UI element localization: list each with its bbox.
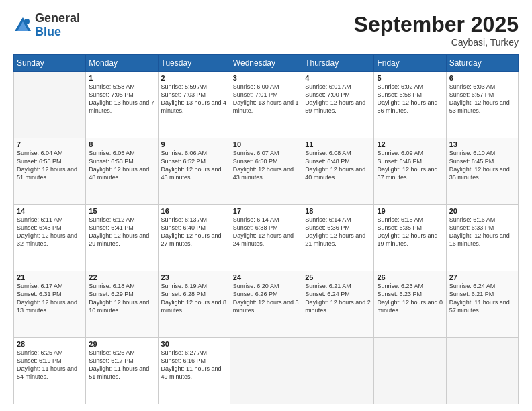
week-row-4: 21Sunrise: 6:17 AMSunset: 6:31 PMDayligh… [14, 271, 519, 338]
day-header-sunday: Sunday [14, 55, 86, 72]
day-info: Sunrise: 6:15 AMSunset: 6:35 PMDaylight:… [377, 216, 443, 248]
day-number: 10 [233, 140, 299, 148]
calendar-cell: 19Sunrise: 6:15 AMSunset: 6:35 PMDayligh… [374, 205, 446, 271]
calendar-cell: 2Sunrise: 5:59 AMSunset: 7:03 PMDaylight… [158, 72, 230, 138]
calendar-cell: 11Sunrise: 6:08 AMSunset: 6:48 PMDayligh… [302, 138, 374, 205]
day-number: 30 [161, 340, 227, 348]
day-header-thursday: Thursday [302, 55, 374, 72]
week-row-3: 14Sunrise: 6:11 AMSunset: 6:43 PMDayligh… [14, 205, 519, 271]
calendar-cell: 12Sunrise: 6:09 AMSunset: 6:46 PMDayligh… [374, 138, 446, 205]
calendar-cell: 1Sunrise: 5:58 AMSunset: 7:05 PMDaylight… [86, 72, 158, 138]
day-header-tuesday: Tuesday [158, 55, 230, 72]
month-title: September 2025 [354, 12, 519, 37]
day-info: Sunrise: 6:10 AMSunset: 6:45 PMDaylight:… [449, 149, 515, 182]
day-info: Sunrise: 5:58 AMSunset: 7:05 PMDaylight:… [89, 83, 154, 116]
day-number: 21 [17, 273, 83, 281]
day-number: 8 [89, 140, 154, 148]
calendar-cell: 29Sunrise: 6:26 AMSunset: 6:17 PMDayligh… [86, 338, 158, 404]
day-info: Sunrise: 6:05 AMSunset: 6:53 PMDaylight:… [89, 149, 154, 182]
day-info: Sunrise: 6:06 AMSunset: 6:52 PMDaylight:… [161, 149, 227, 182]
day-number: 16 [161, 207, 227, 215]
day-info: Sunrise: 6:23 AMSunset: 6:23 PMDaylight:… [377, 282, 443, 315]
day-number: 7 [17, 140, 83, 148]
day-number: 19 [377, 207, 443, 215]
day-number: 29 [89, 340, 154, 348]
day-info: Sunrise: 6:13 AMSunset: 6:40 PMDaylight:… [161, 216, 227, 248]
calendar-cell: 10Sunrise: 6:07 AMSunset: 6:50 PMDayligh… [230, 138, 302, 205]
calendar-cell: 8Sunrise: 6:05 AMSunset: 6:53 PMDaylight… [86, 138, 158, 205]
day-number: 24 [233, 273, 299, 281]
day-info: Sunrise: 6:16 AMSunset: 6:33 PMDaylight:… [449, 216, 515, 248]
day-header-saturday: Saturday [446, 55, 518, 72]
calendar-cell: 27Sunrise: 6:24 AMSunset: 6:21 PMDayligh… [446, 271, 518, 338]
day-info: Sunrise: 6:14 AMSunset: 6:36 PMDaylight:… [305, 216, 371, 248]
day-number: 2 [161, 74, 227, 82]
calendar-cell [230, 338, 302, 404]
svg-point-2 [24, 19, 30, 24]
day-info: Sunrise: 6:17 AMSunset: 6:31 PMDaylight:… [17, 282, 83, 315]
calendar-cell: 3Sunrise: 6:00 AMSunset: 7:01 PMDaylight… [230, 72, 302, 138]
day-info: Sunrise: 6:03 AMSunset: 6:57 PMDaylight:… [449, 83, 515, 116]
calendar-cell: 23Sunrise: 6:19 AMSunset: 6:28 PMDayligh… [158, 271, 230, 338]
location: Caybasi, Turkey [354, 37, 519, 48]
calendar-cell [374, 338, 446, 404]
calendar-cell: 16Sunrise: 6:13 AMSunset: 6:40 PMDayligh… [158, 205, 230, 271]
day-number: 5 [377, 74, 443, 82]
calendar-cell: 4Sunrise: 6:01 AMSunset: 7:00 PMDaylight… [302, 72, 374, 138]
day-info: Sunrise: 6:01 AMSunset: 7:00 PMDaylight:… [305, 83, 371, 116]
logo-general-text: General [35, 12, 80, 26]
day-number: 23 [161, 273, 227, 281]
day-number: 20 [449, 207, 515, 215]
day-info: Sunrise: 6:11 AMSunset: 6:43 PMDaylight:… [17, 216, 83, 248]
day-info: Sunrise: 6:19 AMSunset: 6:28 PMDaylight:… [161, 282, 227, 315]
calendar-cell: 9Sunrise: 6:06 AMSunset: 6:52 PMDaylight… [158, 138, 230, 205]
day-info: Sunrise: 6:18 AMSunset: 6:29 PMDaylight:… [89, 282, 154, 315]
day-number: 22 [89, 273, 154, 281]
page: General Blue September 2025 Caybasi, Tur… [0, 0, 532, 411]
day-info: Sunrise: 6:26 AMSunset: 6:17 PMDaylight:… [89, 349, 154, 381]
day-number: 14 [17, 207, 83, 215]
day-info: Sunrise: 6:24 AMSunset: 6:21 PMDaylight:… [449, 282, 515, 315]
calendar-table: SundayMondayTuesdayWednesdayThursdayFrid… [13, 54, 519, 404]
day-info: Sunrise: 6:02 AMSunset: 6:58 PMDaylight:… [377, 83, 443, 116]
day-number: 25 [305, 273, 371, 281]
day-info: Sunrise: 6:20 AMSunset: 6:26 PMDaylight:… [233, 282, 299, 315]
day-info: Sunrise: 6:25 AMSunset: 6:19 PMDaylight:… [17, 349, 83, 381]
day-number: 12 [377, 140, 443, 148]
calendar-cell [302, 338, 374, 404]
calendar-cell: 6Sunrise: 6:03 AMSunset: 6:57 PMDaylight… [446, 72, 518, 138]
day-info: Sunrise: 6:27 AMSunset: 6:16 PMDaylight:… [161, 349, 227, 381]
day-number: 17 [233, 207, 299, 215]
day-info: Sunrise: 6:04 AMSunset: 6:55 PMDaylight:… [17, 149, 83, 182]
calendar-cell [14, 72, 86, 138]
title-block: September 2025 Caybasi, Turkey [354, 12, 519, 48]
calendar-cell: 20Sunrise: 6:16 AMSunset: 6:33 PMDayligh… [446, 205, 518, 271]
day-header-monday: Monday [86, 55, 158, 72]
day-number: 1 [89, 74, 154, 82]
calendar-cell: 7Sunrise: 6:04 AMSunset: 6:55 PMDaylight… [14, 138, 86, 205]
calendar-cell: 17Sunrise: 6:14 AMSunset: 6:38 PMDayligh… [230, 205, 302, 271]
calendar-cell: 26Sunrise: 6:23 AMSunset: 6:23 PMDayligh… [374, 271, 446, 338]
calendar-cell: 21Sunrise: 6:17 AMSunset: 6:31 PMDayligh… [14, 271, 86, 338]
day-number: 28 [17, 340, 83, 348]
calendar-cell [446, 338, 518, 404]
day-number: 18 [305, 207, 371, 215]
calendar-cell: 5Sunrise: 6:02 AMSunset: 6:58 PMDaylight… [374, 72, 446, 138]
day-number: 13 [449, 140, 515, 148]
week-row-5: 28Sunrise: 6:25 AMSunset: 6:19 PMDayligh… [14, 338, 519, 404]
day-number: 11 [305, 140, 371, 148]
week-row-2: 7Sunrise: 6:04 AMSunset: 6:55 PMDaylight… [14, 138, 519, 205]
day-info: Sunrise: 6:12 AMSunset: 6:41 PMDaylight:… [89, 216, 154, 248]
calendar-cell: 22Sunrise: 6:18 AMSunset: 6:29 PMDayligh… [86, 271, 158, 338]
day-info: Sunrise: 6:07 AMSunset: 6:50 PMDaylight:… [233, 149, 299, 182]
day-header-friday: Friday [374, 55, 446, 72]
day-info: Sunrise: 5:59 AMSunset: 7:03 PMDaylight:… [161, 83, 227, 116]
calendar-cell: 18Sunrise: 6:14 AMSunset: 6:36 PMDayligh… [302, 205, 374, 271]
day-info: Sunrise: 6:09 AMSunset: 6:46 PMDaylight:… [377, 149, 443, 182]
day-info: Sunrise: 6:08 AMSunset: 6:48 PMDaylight:… [305, 149, 371, 182]
header: General Blue September 2025 Caybasi, Tur… [13, 12, 519, 48]
logo: General Blue [13, 12, 80, 39]
calendar-cell: 14Sunrise: 6:11 AMSunset: 6:43 PMDayligh… [14, 205, 86, 271]
calendar-cell: 24Sunrise: 6:20 AMSunset: 6:26 PMDayligh… [230, 271, 302, 338]
day-info: Sunrise: 6:00 AMSunset: 7:01 PMDaylight:… [233, 83, 299, 116]
